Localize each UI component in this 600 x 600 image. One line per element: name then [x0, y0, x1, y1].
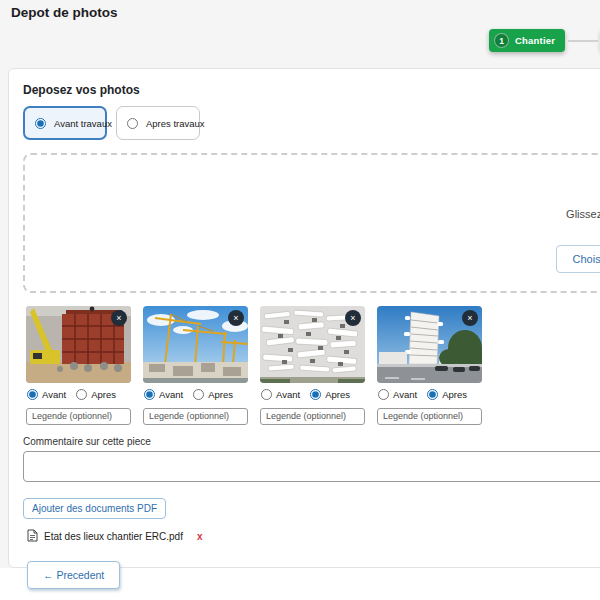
apres-label[interactable]: Apres — [208, 389, 233, 400]
viewport: Depot de photos 1 Chantier 2 Deposez vos… — [0, 0, 600, 600]
toggle-apres-travaux[interactable]: Apres travaux — [116, 106, 200, 140]
photo-card: × Avant Apres — [26, 306, 131, 425]
apres-label[interactable]: Apres — [442, 389, 467, 400]
avant-travaux-radio[interactable] — [35, 118, 46, 129]
pdf-file-name: Etat des lieux chantier ERC.pdf — [44, 531, 183, 542]
toggle-label: Avant travaux — [54, 118, 112, 129]
remove-photo-button[interactable]: × — [228, 310, 244, 326]
photo-phase-row: Avant Apres — [378, 389, 482, 400]
legend-input[interactable] — [260, 408, 365, 425]
photo-phase-row: Avant Apres — [261, 389, 365, 400]
legend-input[interactable] — [26, 408, 131, 425]
avant-radio[interactable] — [378, 389, 389, 400]
remove-photo-button[interactable]: × — [462, 310, 478, 326]
add-pdf-button[interactable]: Ajouter des documents PDF — [23, 498, 166, 519]
apres-label[interactable]: Apres — [91, 389, 116, 400]
stepper-connector — [568, 40, 598, 42]
step-number-badge: 1 — [494, 33, 509, 48]
photo-thumbnails-row: × Avant Apres — [26, 306, 600, 425]
photo-thumbnail-chantier-grues: × — [143, 306, 248, 383]
apres-radio[interactable] — [427, 389, 438, 400]
phase-toggle-group: Avant travaux Apres travaux — [23, 106, 600, 140]
photo-dropzone[interactable]: Glissez vos photos ici Choisir des fichi… — [23, 153, 600, 293]
toggle-avant-travaux[interactable]: Avant travaux — [23, 106, 107, 140]
choose-files-button[interactable]: Choisir des fichiers — [556, 245, 600, 273]
photo-card: × Avant Apres — [377, 306, 482, 425]
comment-label: Commentaire sur cette piece — [23, 436, 600, 447]
photo-thumbnail-immeuble-blanc-rue: × — [377, 306, 482, 383]
apres-radio[interactable] — [310, 389, 321, 400]
avant-label[interactable]: Avant — [276, 389, 300, 400]
photo-upload-panel: Deposez vos photos Avant travaux Apres t… — [8, 68, 600, 568]
apres-travaux-radio[interactable] — [127, 118, 138, 129]
avant-label[interactable]: Avant — [159, 389, 183, 400]
page: Depot de photos 1 Chantier 2 Deposez vos… — [0, 0, 600, 600]
apres-label[interactable]: Apres — [325, 389, 350, 400]
previous-step-button[interactable]: ← Precedent — [27, 561, 120, 589]
comment-textarea[interactable] — [23, 451, 600, 482]
document-icon — [27, 528, 38, 546]
photo-thumbnail-chantier-coffrage: × — [26, 306, 131, 383]
toggle-label: Apres travaux — [146, 118, 205, 129]
step-chantier[interactable]: 1 Chantier — [489, 29, 565, 52]
step-label: Chantier — [515, 35, 555, 46]
legend-input[interactable] — [143, 408, 248, 425]
photo-thumbnail-immeuble-blanc-facade: × — [260, 306, 365, 383]
photo-phase-row: Avant Apres — [144, 389, 248, 400]
page-title: Depot de photos — [11, 5, 118, 20]
legend-input[interactable] — [377, 408, 482, 425]
remove-photo-button[interactable]: × — [345, 310, 361, 326]
apres-radio[interactable] — [76, 389, 87, 400]
stepper: 1 Chantier 2 — [489, 29, 600, 52]
avant-radio[interactable] — [27, 389, 38, 400]
photo-card: × Avant Apres — [260, 306, 365, 425]
panel-heading: Deposez vos photos — [23, 83, 600, 97]
avant-radio[interactable] — [261, 389, 272, 400]
photo-card: × Avant Apres — [143, 306, 248, 425]
avant-label[interactable]: Avant — [42, 389, 66, 400]
pdf-file-row: Etat des lieux chantier ERC.pdf x — [27, 528, 600, 546]
apres-radio[interactable] — [193, 389, 204, 400]
photo-phase-row: Avant Apres — [27, 389, 131, 400]
remove-pdf-button[interactable]: x — [197, 531, 203, 542]
dropzone-hint: Glissez vos photos ici — [566, 208, 600, 220]
remove-photo-button[interactable]: × — [111, 310, 127, 326]
avant-label[interactable]: Avant — [393, 389, 417, 400]
avant-radio[interactable] — [144, 389, 155, 400]
